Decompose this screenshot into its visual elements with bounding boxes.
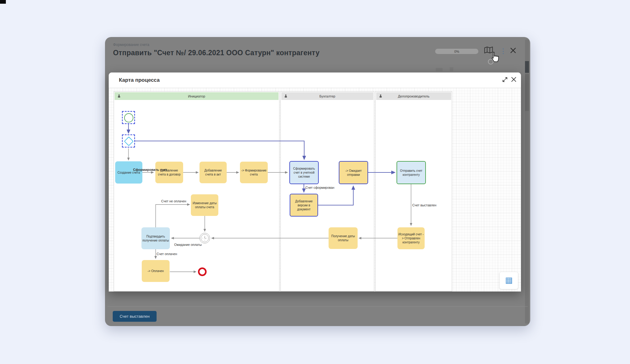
task-send-invoice-to-counterparty[interactable]: Отправить счет контрагенту (397, 161, 426, 184)
person-icon (117, 94, 121, 98)
lane-label: Делопроизводитель (398, 94, 429, 98)
invoice-issued-button[interactable]: Счет выставлен (113, 311, 157, 322)
footer-divider (107, 306, 528, 307)
edge-label-invoice-issued: Счет выставлен (412, 203, 436, 207)
window-close-button[interactable] (509, 47, 517, 55)
minimap-grid-icon (506, 277, 512, 284)
side-panel-edge-dark (525, 61, 529, 73)
side-panel-edge-mid (525, 74, 529, 111)
screen-corner-artifact (0, 0, 6, 4)
edge-label-invoice-paid: Счет оплачен (157, 252, 177, 256)
lane-initiator: Инициатор (114, 91, 279, 292)
status-outgoing-invoice-sent[interactable]: Исходящий счет -> Отправлен контрагенту (397, 227, 425, 249)
status-awaiting-dispatch[interactable]: -> Ожидает отправки (339, 161, 368, 184)
start-event-selection[interactable] (122, 111, 135, 124)
dimmed-form-text (436, 68, 443, 71)
modal-header: Карта процесса (109, 72, 521, 88)
timer-event-payment-waiting[interactable] (200, 233, 210, 243)
process-map-modal: Карта процесса (109, 72, 521, 292)
task-create-invoice[interactable]: Создание счета (115, 161, 142, 184)
task-title: Отправить "Счет №/ 29.06.2021 ООО Сатурн… (113, 49, 320, 57)
status-invoice-forming[interactable]: -> Формирование счета (240, 162, 268, 183)
timer-clock-icon (202, 235, 208, 241)
task-window: Формирование счета Отправить "Счет №/ 29… (105, 37, 530, 326)
task-form-invoice-in-accounting-system[interactable]: Сформировать счет в учетной системе (289, 161, 319, 184)
person-icon (284, 94, 288, 98)
task-add-invoice-to-act[interactable]: Добавление счета в акт (200, 162, 227, 183)
task-confirm-payment-receipt[interactable]: Подтвердить получение оплаты (141, 227, 170, 249)
process-map-button[interactable] (485, 46, 493, 54)
edge-label-form-invoice: Сформировать счет (133, 168, 167, 172)
minimap-toggle-button[interactable] (500, 272, 518, 289)
status-paid[interactable]: -> Оплачен (142, 260, 170, 282)
process-name: Формирование счета (113, 43, 149, 47)
gateway-selection[interactable] (122, 134, 135, 147)
task-change-invoice-payment-date[interactable]: Изменение даты оплаты счета (191, 194, 218, 216)
progress-value: 0% (454, 50, 459, 53)
modal-title: Карта процесса (119, 77, 160, 83)
progress-bar: 0% (435, 49, 478, 54)
edge-label-payment-waiting: Ожидание оплаты (174, 243, 202, 246)
task-get-payment-date[interactable]: Получение даты оплаты (329, 227, 358, 249)
dimmed-form-text (450, 67, 453, 71)
end-event[interactable] (198, 267, 207, 276)
start-event[interactable] (124, 113, 133, 122)
expand-button[interactable] (501, 76, 509, 84)
modal-close-button[interactable] (510, 76, 518, 84)
kebab-menu-icon[interactable] (501, 48, 505, 55)
task-add-invoice-to-contract[interactable]: Добавление счета в договор (155, 162, 183, 183)
close-icon (510, 47, 516, 55)
person-icon (379, 94, 382, 98)
lane-label: Инициатор (188, 94, 205, 98)
dimmed-form-element (488, 59, 494, 64)
edge-label-invoice-not-paid: Счет не оплачен (161, 199, 186, 203)
lane-accountant: Бухгалтер (280, 91, 374, 292)
lane-label: Бухгалтер (319, 94, 335, 98)
edge-label-invoice-formed: Счет сформирован (305, 186, 334, 189)
gateway[interactable] (124, 136, 133, 146)
expand-icon (502, 77, 508, 84)
process-map-canvas: Инициатор Бухгалтер Делопроизводитель (109, 88, 521, 292)
map-icon (484, 46, 493, 55)
close-icon (511, 77, 517, 83)
task-add-version-to-document[interactable]: Добавление версии в документ (290, 194, 318, 217)
lane-clerk: Делопроизводитель (375, 91, 452, 292)
